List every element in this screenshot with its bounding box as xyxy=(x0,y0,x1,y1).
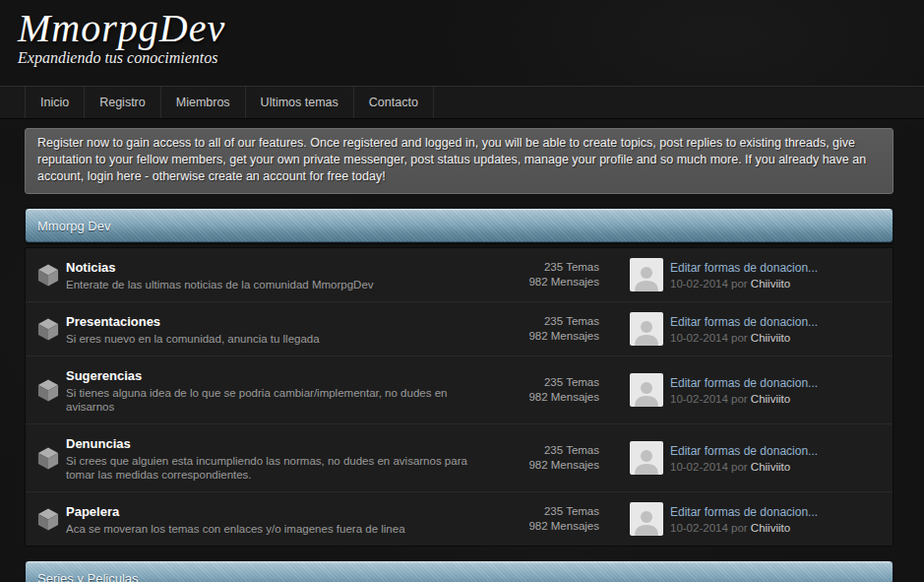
category-title: Mmorpg Dev xyxy=(26,219,110,233)
forum-info: Sugerencias Si tienes alguna idea de lo … xyxy=(66,366,481,414)
last-post-meta: 10-02-2014 por Chiiviito xyxy=(670,278,879,290)
forum-cube-icon xyxy=(37,263,59,288)
site-header: MmorpgDev Expandiendo tus conocimientos xyxy=(0,0,924,86)
last-post-date: 10-02-2014 xyxy=(670,393,728,405)
person-icon xyxy=(630,262,663,291)
forum-stats: 235 Temas 982 Mensajes xyxy=(481,260,599,290)
person-icon xyxy=(630,506,663,536)
last-post-author-link[interactable]: Chiiviito xyxy=(751,461,790,473)
last-post-date: 10-02-2014 xyxy=(670,461,728,473)
last-post-title-link[interactable]: Editar formas de donacion... xyxy=(670,505,879,519)
last-post-date: 10-02-2014 xyxy=(670,332,728,344)
forum-row: Sugerencias Si tienes alguna idea de lo … xyxy=(26,356,893,424)
person-icon xyxy=(630,445,663,475)
forum-cube-icon xyxy=(37,317,59,342)
forum-info: Denuncias Si crees que alguien esta incu… xyxy=(66,434,481,482)
last-post-date: 10-02-2014 xyxy=(670,278,728,290)
forum-messages-count: 982 Mensajes xyxy=(481,519,599,534)
forum-info: Noticias Enterate de las ultimas noticia… xyxy=(66,258,481,291)
forum-row: Presentaciones Si eres nuevo en la comun… xyxy=(26,302,893,356)
forum-messages-count: 982 Mensajes xyxy=(481,390,599,405)
forum-topics-count: 235 Temas xyxy=(481,504,599,519)
last-post-meta: 10-02-2014 por Chiiviito xyxy=(670,332,879,344)
forum-topics-count: 235 Temas xyxy=(481,314,599,329)
forum-title-link[interactable]: Sugerencias xyxy=(66,368,142,383)
last-poster-avatar[interactable] xyxy=(630,312,663,346)
nav-tab[interactable]: Registro xyxy=(85,87,161,118)
forum-stats: 235 Temas 982 Mensajes xyxy=(481,504,599,534)
last-post-title-link[interactable]: Editar formas de donacion... xyxy=(670,261,879,275)
forum-cube-icon xyxy=(37,507,59,532)
last-post-por-word: por xyxy=(731,332,748,344)
last-post-info: Editar formas de donacion... 10-02-2014 … xyxy=(670,315,879,344)
last-poster-avatar[interactable] xyxy=(630,258,663,291)
last-post-author-link[interactable]: Chiiviito xyxy=(751,278,790,290)
forum-topics-count: 235 Temas xyxy=(481,375,599,390)
forum-category: Mmorpg Dev Noticias Enterate de las ulti… xyxy=(25,208,893,547)
forum-cube-icon xyxy=(37,378,59,403)
forum-row: Noticias Enterate de las ultimas noticia… xyxy=(26,248,893,302)
last-poster-avatar[interactable] xyxy=(630,373,663,407)
forum-topics-count: 235 Temas xyxy=(481,443,599,458)
forum-stats: 235 Temas 982 Mensajes xyxy=(481,314,599,344)
last-post-info: Editar formas de donacion... 10-02-2014 … xyxy=(670,376,879,405)
category-title: Series y Peliculas xyxy=(26,571,139,582)
site-tagline: Expandiendo tus conocimientos xyxy=(18,49,924,67)
forum-messages-count: 982 Mensajes xyxy=(481,458,599,473)
last-post-meta: 10-02-2014 por Chiiviito xyxy=(670,461,879,473)
last-post-meta: 10-02-2014 por Chiiviito xyxy=(670,393,879,405)
forum-description: Aca se moveran los temas con enlaces y/o… xyxy=(66,522,471,536)
forum-title-link[interactable]: Noticias xyxy=(66,260,116,275)
nav-tab[interactable]: Contacto xyxy=(354,87,434,118)
forum-messages-count: 982 Mensajes xyxy=(481,275,599,290)
last-post-por-word: por xyxy=(731,522,748,534)
last-poster-avatar[interactable] xyxy=(630,441,663,475)
nav-tab[interactable]: Ultimos temas xyxy=(246,87,354,118)
last-post-author-link[interactable]: Chiiviito xyxy=(751,332,790,344)
forum-category: Series y Peliculas xyxy=(25,560,893,582)
site-logo[interactable]: MmorpgDev xyxy=(18,8,225,49)
nav-tab[interactable]: Miembros xyxy=(161,87,246,118)
category-header-bar[interactable]: Mmorpg Dev xyxy=(25,208,893,243)
forum-main: Mmorpg Dev Noticias Enterate de las ulti… xyxy=(25,208,893,582)
person-icon xyxy=(630,377,663,407)
last-post-por-word: por xyxy=(731,393,748,405)
forum-row: Papelera Aca se moveran los temas con en… xyxy=(26,492,893,546)
nav-tab[interactable]: Inicio xyxy=(25,87,85,118)
forum-topics-count: 235 Temas xyxy=(481,260,599,275)
last-post-title-link[interactable]: Editar formas de donacion... xyxy=(670,376,879,390)
last-post-info: Editar formas de donacion... 10-02-2014 … xyxy=(670,261,879,290)
forum-description: Si crees que alguien esta incumpliendo l… xyxy=(66,454,471,482)
forum-info: Presentaciones Si eres nuevo en la comun… xyxy=(66,312,481,346)
last-post-info: Editar formas de donacion... 10-02-2014 … xyxy=(670,505,879,534)
person-icon xyxy=(630,316,663,346)
forum-list: Noticias Enterate de las ultimas noticia… xyxy=(25,247,893,547)
main-navbar: InicioRegistroMiembrosUltimos temasConta… xyxy=(0,86,924,119)
last-post-author-link[interactable]: Chiiviito xyxy=(751,522,790,534)
forum-description: Si eres nuevo en la comunidad, anuncia t… xyxy=(66,332,471,346)
forum-stats: 235 Temas 982 Mensajes xyxy=(481,443,599,473)
forum-messages-count: 982 Mensajes xyxy=(481,329,599,344)
category-header-bar[interactable]: Series y Peliculas xyxy=(25,560,893,582)
forum-description: Enterate de las ultimas noticias de la c… xyxy=(66,278,471,291)
forum-title-link[interactable]: Presentaciones xyxy=(66,314,160,329)
last-post-date: 10-02-2014 xyxy=(670,522,728,534)
registration-notice: Register now to gain access to all of ou… xyxy=(25,128,893,194)
forum-row: Denuncias Si crees que alguien esta incu… xyxy=(26,424,893,492)
last-post-title-link[interactable]: Editar formas de donacion... xyxy=(670,444,879,458)
forum-stats: 235 Temas 982 Mensajes xyxy=(481,375,599,405)
last-post-meta: 10-02-2014 por Chiiviito xyxy=(670,522,879,534)
last-post-title-link[interactable]: Editar formas de donacion... xyxy=(670,315,879,329)
forum-description: Si tienes alguna idea de lo que se podri… xyxy=(66,386,471,414)
last-post-por-word: por xyxy=(731,278,748,290)
last-post-por-word: por xyxy=(731,461,748,473)
forum-cube-icon xyxy=(37,446,59,471)
last-post-info: Editar formas de donacion... 10-02-2014 … xyxy=(670,444,879,473)
last-post-author-link[interactable]: Chiiviito xyxy=(751,393,790,405)
forum-title-link[interactable]: Papelera xyxy=(66,504,119,519)
last-poster-avatar[interactable] xyxy=(630,502,663,536)
forum-title-link[interactable]: Denuncias xyxy=(66,436,131,451)
forum-info: Papelera Aca se moveran los temas con en… xyxy=(66,502,481,536)
